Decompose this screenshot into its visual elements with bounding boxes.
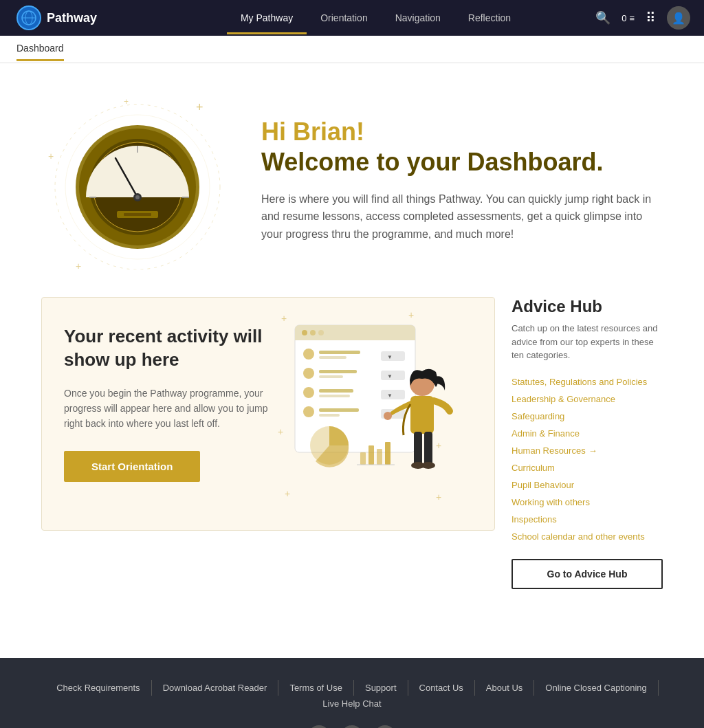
svg-point-46 — [303, 387, 314, 398]
svg-point-41 — [303, 368, 314, 379]
svg-point-20 — [135, 195, 140, 199]
main-nav: My Pathway Orientation Navigation Reflec… — [119, 1, 632, 34]
activity-text: Your recent activity will show up here O… — [64, 325, 284, 482]
footer-links: Check Requirements Download Acrobat Read… — [16, 680, 688, 712]
badge-button[interactable]: 0 ≡ — [622, 13, 635, 23]
list-item: Inspections — [512, 511, 663, 528]
advice-hub-subtitle: Catch up on the latest resources and adv… — [512, 322, 663, 362]
footer-live-help[interactable]: Live Help Chat — [311, 696, 392, 712]
go-to-advice-hub-button[interactable]: Go to Advice Hub — [512, 559, 663, 589]
svg-rect-65 — [414, 432, 422, 466]
svg-text:+: + — [436, 440, 441, 451]
svg-rect-38 — [319, 356, 346, 359]
advice-link-statutes[interactable]: Statutes, Regulations and Policies — [512, 377, 663, 387]
svg-point-33 — [302, 330, 307, 335]
svg-rect-22 — [124, 213, 151, 216]
advice-category-list: Statutes, Regulations and Policies Leade… — [512, 373, 663, 545]
hero-greeting: Hi Brian! — [261, 117, 663, 146]
advice-link-inspections[interactable]: Inspections — [512, 514, 663, 525]
avatar[interactable]: 👤 — [667, 6, 690, 30]
list-item: Admin & Finance — [512, 425, 663, 442]
advice-link-school-calendar[interactable]: School calendar and other events — [512, 531, 663, 542]
footer-social: 𝕏 f ▶ — [16, 725, 688, 729]
svg-rect-49 — [381, 390, 405, 399]
activity-card: Your recent activity will show up here O… — [41, 297, 495, 531]
dashboard-illustration: + + + + + + + ▼ — [274, 298, 494, 530]
svg-rect-63 — [410, 396, 434, 434]
svg-point-35 — [318, 330, 324, 335]
badge-count: 0 — [622, 13, 626, 23]
list-item: Statutes, Regulations and Policies — [512, 373, 663, 390]
svg-text:+: + — [285, 488, 290, 499]
footer-contact[interactable]: Contact Us — [408, 680, 475, 696]
svg-rect-39 — [381, 351, 405, 361]
advice-link-admin[interactable]: Admin & Finance — [512, 428, 663, 439]
advice-link-hr[interactable]: Human Resources → — [512, 445, 663, 456]
svg-rect-48 — [319, 395, 350, 397]
footer-support[interactable]: Support — [354, 680, 408, 696]
svg-point-34 — [310, 330, 316, 335]
svg-rect-58 — [368, 445, 374, 465]
svg-rect-47 — [319, 389, 353, 393]
svg-rect-53 — [319, 414, 340, 417]
advice-link-behaviour[interactable]: Pupil Behaviour — [512, 480, 663, 490]
header-actions: 🔍 0 ≡ ⠿ 👤 — [595, 6, 690, 30]
svg-text:▼: ▼ — [387, 373, 393, 379]
grid-icon[interactable]: ⠿ — [646, 10, 656, 26]
svg-text:+: + — [48, 151, 54, 162]
search-icon[interactable]: 🔍 — [595, 10, 610, 25]
advice-hub: Advice Hub Catch up on the latest resour… — [512, 297, 663, 589]
arrow-icon: → — [588, 445, 597, 456]
svg-text:+: + — [436, 492, 441, 503]
breadcrumb: Dashboard — [16, 43, 64, 61]
header: Pathway My Pathway Orientation Navigatio… — [0, 0, 704, 36]
svg-rect-57 — [360, 452, 366, 465]
footer-terms[interactable]: Terms of Use — [278, 680, 354, 696]
activity-title: Your recent activity will show up here — [64, 325, 284, 372]
start-orientation-button[interactable]: Start Orientation — [64, 451, 200, 482]
svg-rect-66 — [424, 432, 432, 466]
hero-content: Hi Brian! Welcome to your Dashboard. Her… — [261, 117, 663, 243]
footer-captioning[interactable]: Online Closed Captioning — [534, 680, 658, 696]
svg-rect-60 — [385, 442, 390, 465]
advice-link-leadership[interactable]: Leadership & Governance — [512, 394, 663, 404]
avatar-icon: 👤 — [672, 12, 685, 25]
svg-rect-37 — [319, 351, 360, 354]
svg-text:▼: ▼ — [387, 393, 393, 399]
svg-rect-44 — [381, 371, 405, 380]
svg-text:+: + — [196, 100, 204, 114]
facebook-icon[interactable]: f — [341, 725, 363, 729]
advice-hub-title: Advice Hub — [512, 297, 663, 316]
svg-text:+: + — [76, 261, 81, 269]
svg-text:+: + — [408, 309, 414, 320]
nav-my-pathway[interactable]: My Pathway — [227, 1, 307, 34]
svg-rect-59 — [377, 449, 382, 465]
svg-point-51 — [303, 406, 314, 417]
app-name: Pathway — [47, 11, 97, 25]
nav-navigation[interactable]: Navigation — [382, 1, 454, 34]
svg-point-36 — [303, 349, 314, 360]
svg-rect-43 — [319, 375, 343, 378]
youtube-icon[interactable]: ▶ — [374, 725, 396, 729]
nav-orientation[interactable]: Orientation — [307, 1, 381, 34]
list-item: Leadership & Governance — [512, 390, 663, 408]
svg-rect-42 — [319, 370, 357, 373]
advice-link-working[interactable]: Working with others — [512, 497, 663, 507]
footer-about[interactable]: About Us — [475, 680, 534, 696]
gauge-illustration: + + + + + + — [41, 91, 234, 269]
hero-description: Here is where you will find all things P… — [261, 190, 663, 243]
footer-download-acrobat[interactable]: Download Acrobat Reader — [152, 680, 279, 696]
footer-check-requirements[interactable]: Check Requirements — [45, 680, 151, 696]
list-item: Safeguarding — [512, 408, 663, 425]
logo[interactable]: Pathway — [16, 5, 97, 30]
activity-description: Once you begin the Pathway programme, yo… — [64, 386, 284, 432]
twitter-icon[interactable]: 𝕏 — [308, 725, 330, 729]
nav-reflection[interactable]: Reflection — [454, 1, 525, 34]
advice-link-curriculum[interactable]: Curriculum — [512, 463, 663, 473]
list-item: Working with others — [512, 494, 663, 511]
svg-point-68 — [421, 462, 435, 469]
svg-text:+: + — [281, 313, 287, 324]
advice-link-safeguarding[interactable]: Safeguarding — [512, 411, 663, 421]
main-content: Your recent activity will show up here O… — [0, 297, 704, 630]
svg-rect-30 — [295, 325, 415, 452]
